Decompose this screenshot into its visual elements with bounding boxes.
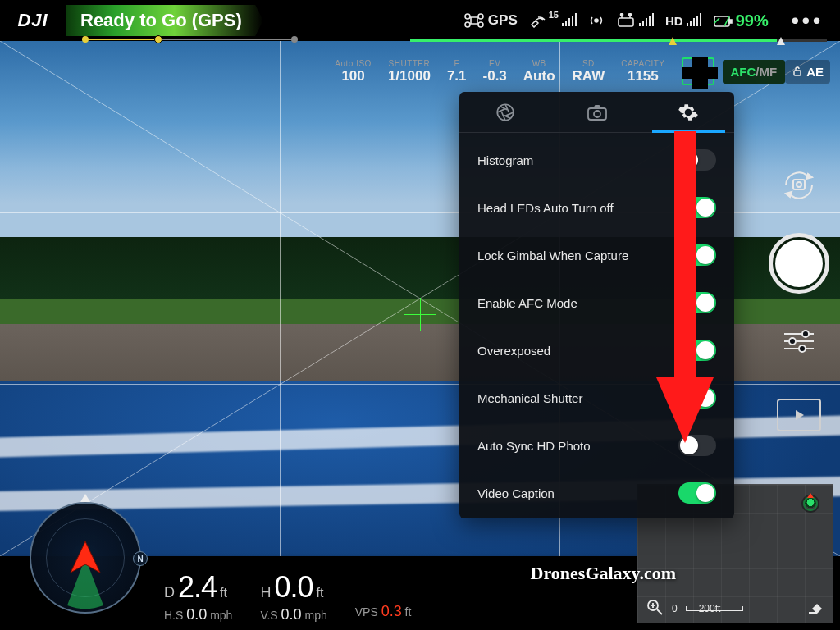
- shutter-readout[interactable]: SHUTTER1/1000: [380, 57, 439, 86]
- settings-row-label: Lock Gimbal When Capture: [477, 249, 628, 262]
- aperture-readout[interactable]: F7.1: [439, 57, 475, 86]
- minimap-clear-button[interactable]: [805, 596, 826, 618]
- height-readout: H0.0ft V.S 0.0 mph: [260, 570, 326, 623]
- distance-readout: D2.4ft H.S 0.0 mph: [164, 570, 232, 623]
- photo-video-switch-icon[interactable]: [778, 164, 820, 207]
- svg-point-2: [465, 14, 470, 19]
- shutter-button[interactable]: [769, 233, 829, 294]
- settings-row-label: Auto Sync HD Photo: [477, 439, 591, 453]
- svg-marker-12: [669, 37, 677, 45]
- svg-marker-13: [777, 37, 785, 45]
- svg-point-17: [594, 111, 600, 117]
- svg-marker-29: [796, 410, 804, 420]
- controller-icon[interactable]: [616, 13, 654, 28]
- focus-frame-icon[interactable]: [673, 56, 723, 87]
- camera-settings-button[interactable]: [778, 320, 820, 363]
- settings-row-label: Video Caption: [477, 486, 555, 500]
- flight-mode-icon[interactable]: GPS: [463, 12, 518, 29]
- battery-timeline: [410, 39, 827, 42]
- afc-mf-toggle[interactable]: AFC/MF: [723, 60, 786, 84]
- annotation-arrow: [656, 131, 714, 443]
- hd-label: HD: [665, 14, 683, 28]
- vps-readout: VPS 0.3 ft: [355, 601, 412, 620]
- capacity-readout[interactable]: CAPACITY1155: [613, 57, 673, 86]
- settings-row-label: Enable AFC Mode: [477, 296, 578, 310]
- svg-rect-36: [809, 612, 817, 614]
- svg-point-24: [802, 331, 809, 337]
- battery-indicator[interactable]: 99%: [713, 11, 769, 30]
- center-crosshair-icon: [404, 298, 436, 331]
- battery-percentage: 99%: [736, 11, 769, 30]
- tab-camera[interactable]: [551, 92, 643, 132]
- gps-label: GPS: [488, 12, 518, 29]
- svg-point-22: [797, 182, 801, 187]
- settings-toggle[interactable]: [678, 482, 716, 504]
- general-settings-button[interactable]: •••: [780, 8, 835, 34]
- exposure-strip: Auto ISO100 SHUTTER1/1000 F7.1 EV-0.3 WB…: [326, 52, 830, 90]
- svg-point-26: [789, 338, 796, 345]
- svg-point-6: [595, 19, 598, 22]
- settings-row-label: Overexposed: [477, 344, 550, 358]
- playback-button[interactable]: [777, 399, 821, 431]
- svg-rect-7: [619, 18, 633, 26]
- wb-readout[interactable]: WBAuto: [515, 57, 564, 86]
- svg-point-28: [799, 345, 806, 352]
- settings-row-label: Head LEDs Auto Turn off: [477, 201, 614, 215]
- svg-marker-20: [786, 192, 792, 197]
- rc-signal-icon[interactable]: [588, 14, 605, 27]
- minimap-scale: 0200ft: [672, 603, 720, 614]
- svg-line-32: [657, 609, 662, 614]
- attitude-radar[interactable]: N: [20, 492, 151, 623]
- format-readout[interactable]: SDRAW: [564, 57, 614, 86]
- satellite-count: 15: [549, 10, 559, 20]
- north-badge: N: [133, 551, 148, 566]
- settings-tabs: [459, 92, 734, 133]
- settings-row-label: Histogram: [477, 153, 533, 167]
- minimap-drone-icon: [803, 496, 818, 511]
- top-status-bar: DJI Ready to Go (GPS) GPS 15: [0, 0, 840, 41]
- satellite-signal[interactable]: 15: [529, 13, 577, 28]
- tab-gear[interactable]: [642, 92, 734, 132]
- takeoff-sequence: [82, 36, 295, 43]
- hd-bars-icon: [687, 15, 701, 26]
- svg-marker-19: [806, 174, 812, 179]
- settings-row-label: Mechanical Shutter: [477, 391, 582, 405]
- satellite-bars-icon: [562, 15, 577, 26]
- ev-readout[interactable]: EV-0.3: [475, 57, 515, 86]
- svg-point-4: [465, 22, 470, 27]
- svg-point-3: [478, 14, 483, 19]
- flight-status-badge[interactable]: Ready to Go (GPS): [66, 5, 263, 36]
- iso-readout[interactable]: Auto ISO100: [326, 57, 380, 86]
- svg-point-8: [620, 14, 623, 16]
- settings-row-video-caption[interactable]: Video Caption: [459, 469, 734, 517]
- svg-point-5: [478, 22, 483, 27]
- svg-marker-18: [656, 131, 714, 443]
- dji-logo[interactable]: DJI: [0, 10, 66, 31]
- svg-rect-14: [794, 71, 801, 75]
- right-rail: [763, 164, 835, 431]
- svg-rect-21: [793, 180, 805, 189]
- ae-lock-button[interactable]: AE: [785, 60, 830, 84]
- tab-aperture[interactable]: [459, 92, 551, 132]
- controller-bars-icon: [639, 15, 654, 26]
- minimap-zoom-button[interactable]: [644, 596, 665, 618]
- hd-link[interactable]: HD: [665, 14, 701, 28]
- watermark: DronesGalaxy.com: [531, 563, 676, 584]
- svg-rect-11: [729, 20, 732, 23]
- svg-point-9: [628, 14, 631, 16]
